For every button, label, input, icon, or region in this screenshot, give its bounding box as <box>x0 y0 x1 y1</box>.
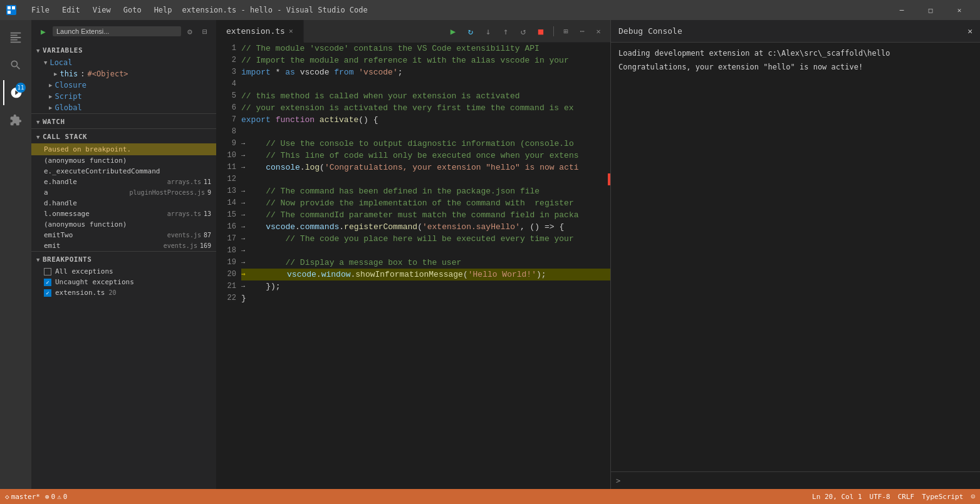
callstack-item[interactable]: e.handlearrays.ts11 <box>31 177 216 187</box>
close-button[interactable]: ✕ <box>945 0 974 20</box>
code-line: → // Now provide the implementation of t… <box>241 197 610 209</box>
code-line: → vscode.commands.registerCommand('exten… <box>241 221 610 233</box>
callstack-item[interactable]: emitTwoevents.js87 <box>31 230 216 240</box>
debug-restart-button[interactable]: ↺ <box>516 24 531 39</box>
console-title: Debug Console <box>618 26 682 36</box>
encoding-item[interactable]: UTF-8 <box>870 493 890 501</box>
debug-step-out-button[interactable]: ↑ <box>498 24 513 39</box>
statusbar-left: ◇ master* ⊗ 0 ⚠ 0 <box>5 493 67 501</box>
breakpoint-item[interactable]: Uncaught exceptions <box>31 277 216 287</box>
editor-tab-extension-ts[interactable]: extension.ts ✕ <box>216 20 304 43</box>
callstack-paused: Paused on breakpoint. <box>31 143 216 155</box>
debug-toolbar-sidebar: ▶ Launch Extensi... ⚙ ⊟ <box>31 20 216 43</box>
window-title: extension.ts - hello - Visual Studio Cod… <box>182 6 882 14</box>
smiley-item[interactable]: ☺ <box>971 493 975 501</box>
callstack-item[interactable]: d.handle <box>31 198 216 208</box>
code-content[interactable]: // The module 'vscode' contains the VS C… <box>241 43 610 489</box>
code-line: → // The commandId parameter must match … <box>241 209 610 221</box>
line-number: 12 <box>216 173 236 185</box>
breakpoints-label: BREAKPOINTS <box>43 255 91 264</box>
menu-help[interactable]: Help <box>149 0 177 20</box>
git-branch-item[interactable]: ◇ master* <box>5 493 40 501</box>
close-editor-button[interactable]: ✕ <box>592 24 605 38</box>
callstack-item[interactable]: l.onmessagearrays.ts13 <box>31 208 216 219</box>
watch-label: WATCH <box>43 118 65 126</box>
activity-extensions[interactable] <box>3 108 28 133</box>
warning-count: 0 <box>63 493 68 501</box>
step-arrow-icon: → <box>241 197 245 209</box>
line-number: 11 <box>216 162 236 173</box>
activity-debug[interactable]: 11 <box>3 80 28 105</box>
callstack-item[interactable]: apluginHostProcess.js9 <box>31 187 216 198</box>
breakpoints-header[interactable]: ▼ BREAKPOINTS <box>31 252 216 266</box>
breakpoints-section: ▼ BREAKPOINTS All exceptionsUncaught exc… <box>31 251 216 298</box>
debug-badge: 11 <box>16 83 26 93</box>
language-label: TypeScript <box>922 493 963 501</box>
more-actions-button[interactable]: ⋯ <box>575 24 589 38</box>
menu-edit[interactable]: Edit <box>57 0 85 20</box>
debug-step-over-button[interactable]: ↻ <box>463 24 478 39</box>
code-line <box>241 173 610 185</box>
breakpoint-item[interactable]: All exceptions <box>31 266 216 277</box>
titlebar: File Edit View Goto Help extension.ts - … <box>0 0 980 20</box>
var-closure-group[interactable]: ▶ Closure <box>31 80 216 91</box>
minimize-button[interactable]: ─ <box>887 0 916 20</box>
step-arrow-icon: → <box>241 280 245 292</box>
callstack-item[interactable]: (anonymous function) <box>31 155 216 166</box>
line-numbers: 12345678910111213141516171819202122 <box>216 43 241 489</box>
menu-goto[interactable]: Goto <box>118 0 147 20</box>
menu-file[interactable]: File <box>26 0 55 20</box>
callstack-item[interactable]: emitevents.js169 <box>31 240 216 251</box>
code-line: } <box>241 292 610 304</box>
code-line: → // Display a message box to the user <box>241 257 610 269</box>
language-item[interactable]: TypeScript <box>922 493 963 501</box>
variables-header[interactable]: ▼ VARIABLES <box>31 43 216 57</box>
warning-icon: ⚠ <box>57 493 61 501</box>
debug-step-into-button[interactable]: ↓ <box>481 24 496 39</box>
error-icon: ⊗ <box>45 493 50 501</box>
line-number: 4 <box>216 78 236 90</box>
activity-explorer[interactable] <box>3 25 28 50</box>
code-line: → console.log('Congratulations, your ext… <box>241 162 610 173</box>
breakpoint-item[interactable]: extension.ts20 <box>31 287 216 298</box>
menu-view[interactable]: View <box>88 0 116 20</box>
var-global-group[interactable]: ▶ Global <box>31 102 216 113</box>
code-line: ⇒ vscode.window.showInformationMessage('… <box>241 269 610 280</box>
activity-search[interactable] <box>3 53 28 78</box>
var-this-item[interactable]: ▶ this : #<Object> <box>31 68 216 80</box>
console-close-icon[interactable]: ✕ <box>967 26 972 36</box>
line-ending-item[interactable]: CRLF <box>898 493 915 501</box>
line-number: 18 <box>216 245 236 257</box>
code-line: import * as vscode from 'vscode'; <box>241 66 610 78</box>
var-local-group[interactable]: ▼ Local <box>31 57 216 68</box>
errors-item[interactable]: ⊗ 0 ⚠ 0 <box>45 493 68 501</box>
step-arrow-icon: → <box>241 257 245 269</box>
launch-config-select[interactable]: Launch Extensi... <box>53 26 181 36</box>
cursor-position[interactable]: Ln 20, Col 1 <box>812 493 862 501</box>
callstack-item[interactable]: e._executeContributedCommand <box>31 166 216 177</box>
callstack-label: CALL STACK <box>43 133 87 141</box>
debug-settings-button[interactable]: ⚙ <box>184 25 196 38</box>
debug-stop-button[interactable]: ■ <box>533 24 548 39</box>
start-debug-button[interactable]: ▶ <box>36 24 50 38</box>
variables-label: VARIABLES <box>43 46 83 54</box>
callstack-header[interactable]: ▼ CALL STACK <box>31 129 216 143</box>
window-controls: ─ □ ✕ <box>887 0 974 20</box>
menu-bar: File Edit View Goto Help <box>26 0 177 20</box>
debug-arrow-icon: ⇒ <box>241 269 246 280</box>
debug-more-button[interactable]: ⊟ <box>199 25 211 38</box>
line-number: 14 <box>216 197 236 209</box>
branch-icon: ◇ <box>5 493 9 501</box>
step-arrow-icon: → <box>241 245 245 257</box>
var-script-group[interactable]: ▶ Script <box>31 91 216 102</box>
split-editor-button[interactable]: ⊞ <box>559 24 573 38</box>
debug-continue-button[interactable]: ▶ <box>446 24 461 39</box>
watch-header[interactable]: ▼ WATCH <box>31 114 216 128</box>
breakpoints-list: All exceptionsUncaught exceptionsextensi… <box>31 266 216 298</box>
code-line <box>241 126 610 138</box>
maximize-button[interactable]: □ <box>916 0 945 20</box>
tab-close-icon[interactable]: ✕ <box>289 27 293 35</box>
callstack-list: (anonymous function)e._executeContribute… <box>31 155 216 251</box>
callstack-item[interactable]: (anonymous function) <box>31 219 216 230</box>
step-arrow-icon: → <box>241 221 245 233</box>
